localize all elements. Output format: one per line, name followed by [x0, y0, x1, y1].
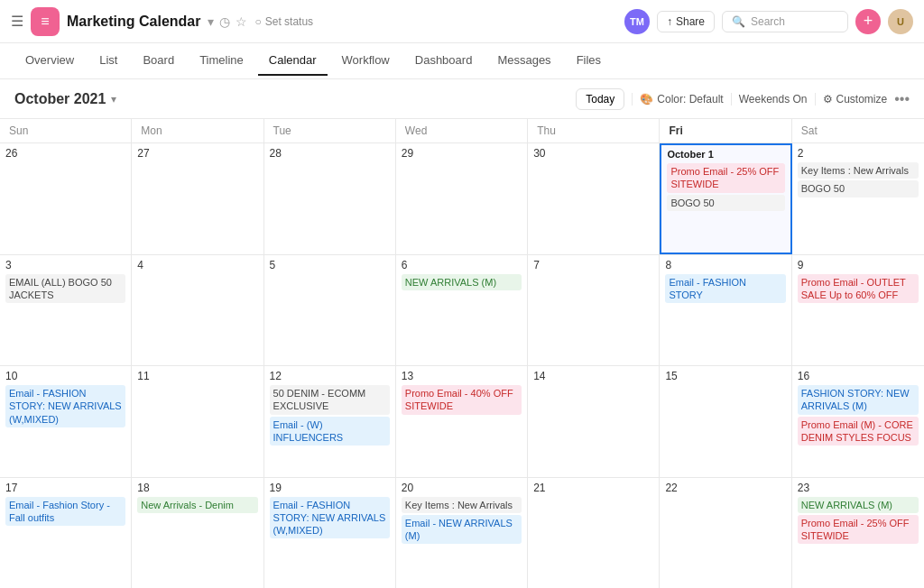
calendar-cell-w3-d4[interactable]: 13Promo Email - 40% OFF SITEWIDE: [396, 366, 528, 477]
cell-date: 8: [665, 259, 785, 271]
tab-calendar[interactable]: Calendar: [258, 46, 328, 76]
cell-date: 4: [137, 259, 257, 271]
event-chip[interactable]: Email - FASHION STORY: NEW ARRIVALS (W,M…: [5, 385, 125, 427]
color-label[interactable]: Color: Default: [657, 93, 723, 106]
hamburger-icon[interactable]: ☰: [11, 13, 23, 30]
event-chip[interactable]: Key Items : New Arrivals: [402, 497, 522, 513]
tab-timeline[interactable]: Timeline: [189, 46, 254, 76]
cell-date: 18: [137, 482, 257, 494]
day-header-fri: Fri: [660, 119, 791, 142]
calendar-cell-w1-d1[interactable]: 26: [0, 143, 132, 254]
cell-date: 17: [5, 482, 125, 494]
event-chip[interactable]: FASHION STORY: NEW ARRIVALS (M): [798, 385, 919, 415]
star-icon[interactable]: ☆: [236, 14, 247, 29]
event-chip[interactable]: Email - Fashion Story - Fall outfits: [5, 497, 125, 527]
event-chip[interactable]: BOGO 50: [667, 195, 784, 211]
event-chip[interactable]: Promo Email - 25% OFF SITEWIDE: [798, 515, 919, 545]
tab-workflow[interactable]: Workflow: [331, 46, 401, 76]
event-chip[interactable]: Key Items : New Arrivals: [798, 162, 919, 179]
set-status-label[interactable]: Set status: [265, 15, 313, 28]
event-chip[interactable]: 50 DENIM - ECOMM EXCLUSIVE: [270, 385, 390, 415]
event-chip[interactable]: Promo Email - 40% OFF SITEWIDE: [402, 385, 522, 415]
event-chip[interactable]: NEW ARRIVALS (M): [798, 497, 919, 513]
calendar-cell-w3-d7[interactable]: 16FASHION STORY: NEW ARRIVALS (M)Promo E…: [792, 366, 924, 477]
calendar-cell-w4-d2[interactable]: 18New Arrivals - Denim: [132, 478, 263, 589]
cell-date: 11: [137, 370, 257, 382]
calendar-cell-w1-d6[interactable]: October 1Promo Email - 25% OFF SITEWIDEB…: [660, 143, 791, 254]
tab-dashboard[interactable]: Dashboard: [404, 46, 484, 76]
weekends-label[interactable]: Weekends On: [739, 93, 808, 106]
calendar-cell-w3-d2[interactable]: 11: [132, 366, 263, 477]
weekends-option[interactable]: Weekends On: [731, 93, 808, 106]
calendar-cell-w4-d3[interactable]: 19Email - FASHION STORY: NEW ARRIVALS (W…: [264, 478, 396, 589]
navtabs: Overview List Board Timeline Calendar Wo…: [0, 43, 924, 79]
title-icons: ▾ ◷ ☆: [208, 14, 247, 29]
calendar-cell-w4-d4[interactable]: 20Key Items : New ArrivalsEmail - NEW AR…: [396, 478, 528, 589]
today-button[interactable]: Today: [576, 88, 624, 110]
calendar-cell-w4-d6[interactable]: 22: [660, 478, 791, 589]
calendar-toolbar: October 2021 ▾ Today 🎨 Color: Default We…: [0, 79, 924, 119]
event-chip[interactable]: Promo Email (M) - CORE DENIM STYLES FOCU…: [798, 417, 919, 446]
customize-option[interactable]: ⚙ Customize: [815, 93, 888, 106]
calendar-cell-w2-d4[interactable]: 6NEW ARRIVALS (M): [396, 255, 528, 366]
dropdown-icon[interactable]: ▾: [208, 14, 214, 29]
tab-messages[interactable]: Messages: [486, 46, 561, 76]
tab-overview[interactable]: Overview: [14, 46, 85, 76]
calendar-cell-w1-d3[interactable]: 28: [264, 143, 396, 254]
day-header-sat: Sat: [792, 119, 924, 142]
calendar-cell-w2-d2[interactable]: 4: [132, 255, 263, 366]
calendar-cell-w2-d3[interactable]: 5: [264, 255, 396, 366]
calendar-cell-w1-d5[interactable]: 30: [528, 143, 660, 254]
cell-date: 9: [798, 259, 919, 271]
calendar-cell-w2-d7[interactable]: 9Promo Email - OUTLET SALE Up to 60% OFF: [792, 255, 924, 366]
event-chip[interactable]: Email - FASHION STORY: NEW ARRIVALS (W,M…: [270, 497, 390, 539]
event-chip[interactable]: Email - FASHION STORY: [665, 274, 785, 304]
customize-icon: ⚙: [823, 93, 833, 106]
cell-date: 7: [533, 259, 653, 271]
event-chip[interactable]: Promo Email - OUTLET SALE Up to 60% OFF: [798, 274, 919, 304]
calendar-cell-w1-d7[interactable]: 2Key Items : New ArrivalsBOGO 50: [792, 143, 924, 254]
calendar-cell-w1-d4[interactable]: 29: [396, 143, 528, 254]
cell-date: 3: [5, 259, 125, 271]
calendar-cell-w3-d5[interactable]: 14: [528, 366, 660, 477]
calendar-cell-w4-d7[interactable]: 23NEW ARRIVALS (M)Promo Email - 25% OFF …: [792, 478, 924, 589]
month-title[interactable]: October 2021: [14, 91, 106, 107]
event-chip[interactable]: EMAIL (ALL) BOGO 50 JACKETS: [5, 274, 125, 304]
add-button[interactable]: +: [855, 9, 881, 34]
history-icon[interactable]: ◷: [219, 14, 230, 29]
color-option[interactable]: 🎨 Color: Default: [632, 93, 723, 106]
calendar-cell-w3-d3[interactable]: 1250 DENIM - ECOMM EXCLUSIVEEmail - (W) …: [264, 366, 396, 477]
day-header-wed: Wed: [396, 119, 528, 142]
calendar-cell-w2-d1[interactable]: 3EMAIL (ALL) BOGO 50 JACKETS: [0, 255, 132, 366]
tab-board[interactable]: Board: [132, 46, 185, 76]
tab-files[interactable]: Files: [566, 46, 612, 76]
calendar-cell-w3-d1[interactable]: 10Email - FASHION STORY: NEW ARRIVALS (W…: [0, 366, 132, 477]
cell-date: 12: [270, 370, 390, 382]
calendar-cell-w4-d5[interactable]: 21: [528, 478, 660, 589]
event-chip[interactable]: Email - NEW ARRIVALS (M): [402, 515, 522, 545]
share-label[interactable]: Share: [676, 15, 705, 28]
avatar-initials: TM: [630, 16, 644, 27]
event-chip[interactable]: NEW ARRIVALS (M): [402, 274, 522, 290]
user-avatar[interactable]: U: [888, 9, 913, 34]
cell-date: 20: [402, 482, 522, 494]
event-chip[interactable]: BOGO 50: [798, 180, 919, 197]
calendar-cell-w2-d6[interactable]: 8Email - FASHION STORY: [660, 255, 791, 366]
share-button[interactable]: ↑ Share: [657, 11, 715, 32]
event-chip[interactable]: New Arrivals - Denim: [137, 497, 257, 513]
customize-label[interactable]: Customize: [836, 93, 888, 106]
more-icon[interactable]: •••: [894, 91, 910, 107]
calendar-cell-w1-d2[interactable]: 27: [132, 143, 263, 254]
app-icon-symbol: ≡: [41, 14, 49, 30]
set-status[interactable]: ○ Set status: [254, 15, 313, 28]
calendar-week-2: 3EMAIL (ALL) BOGO 50 JACKETS456NEW ARRIV…: [0, 255, 924, 367]
calendar-cell-w3-d6[interactable]: 15: [660, 366, 791, 477]
search-box[interactable]: 🔍 Search: [722, 11, 848, 32]
event-chip[interactable]: Email - (W) INFLUENCERS: [270, 417, 390, 446]
calendar-cell-w4-d1[interactable]: 17Email - Fashion Story - Fall outfits: [0, 478, 132, 589]
tab-list[interactable]: List: [88, 46, 128, 76]
day-header-mon: Mon: [132, 119, 263, 142]
month-dropdown-icon[interactable]: ▾: [111, 93, 116, 106]
calendar-cell-w2-d5[interactable]: 7: [528, 255, 660, 366]
event-chip[interactable]: Promo Email - 25% OFF SITEWIDE: [667, 163, 784, 193]
